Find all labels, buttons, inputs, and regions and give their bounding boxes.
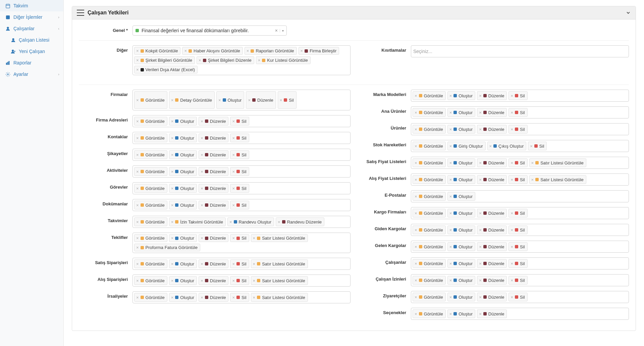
remove-icon[interactable]: ×	[171, 119, 174, 123]
permission-tag[interactable]: ×Düzenle	[477, 242, 507, 251]
sidebar-item-3[interactable]: Çalışan Listesi	[0, 34, 63, 46]
permission-tag[interactable]: ×Satır Listesi Görüntüle	[251, 234, 308, 242]
remove-icon[interactable]: ×	[232, 136, 235, 140]
permission-tag[interactable]: ×Sil	[508, 158, 527, 167]
perm-multiselect[interactable]: ×Görüntüle×Oluştur×Düzenle×Sil×Satır Lis…	[411, 157, 629, 169]
remove-icon[interactable]: ×	[449, 211, 452, 215]
remove-icon[interactable]: ×	[201, 279, 203, 283]
permission-tag[interactable]: ×Görüntüle	[413, 242, 446, 251]
permission-tag[interactable]: ×Oluştur	[169, 259, 197, 268]
perm-multiselect[interactable]: ×Görüntüle×Oluştur×Düzenle×Sil	[411, 207, 629, 219]
perm-multiselect[interactable]: ×Görüntüle×Oluştur	[411, 190, 629, 202]
remove-icon[interactable]: ×	[479, 110, 482, 115]
permission-tag[interactable]: ×Görüntüle	[413, 209, 446, 217]
remove-icon[interactable]: ×	[449, 312, 452, 316]
perm-multiselect[interactable]: ×Görüntüle×Oluştur×Düzenle×Sil×Satır Lis…	[132, 291, 351, 303]
permission-tag[interactable]: ×Kur Listesi Görüntüle	[256, 56, 311, 64]
perm-multiselect[interactable]: ×Görüntüle×Oluştur×Düzenle×Sil	[411, 291, 629, 303]
permission-tag[interactable]: ×Düzenle	[477, 276, 507, 285]
perm-multiselect[interactable]: ×Görüntüle×Oluştur×Düzenle×Sil	[411, 106, 629, 118]
remove-icon[interactable]: ×	[136, 220, 139, 224]
permission-tag[interactable]: ×Oluştur	[447, 192, 476, 201]
remove-icon[interactable]: ×	[280, 98, 282, 102]
remove-icon[interactable]: ×	[171, 186, 174, 191]
permission-tag[interactable]: ×Düzenle	[477, 209, 507, 217]
permission-tag[interactable]: ×Sil	[508, 91, 527, 100]
permission-tag[interactable]: ×Sil	[508, 125, 527, 134]
permission-tag[interactable]: ×Oluştur	[447, 158, 476, 167]
remove-icon[interactable]: ×	[136, 136, 139, 140]
remove-icon[interactable]: ×	[415, 194, 417, 199]
permission-tag[interactable]: ×Randevu Düzenle	[276, 217, 324, 226]
permission-tag[interactable]: ×Çıkış Oluştur	[487, 142, 527, 150]
remove-icon[interactable]: ×	[415, 261, 417, 266]
permission-tag[interactable]: ×Görüntüle	[134, 184, 167, 193]
perm-multiselect[interactable]: ×Görüntüle×Oluştur×Düzenle×Sil	[132, 165, 351, 178]
remove-icon[interactable]: ×	[449, 144, 452, 148]
perm-multiselect[interactable]: ×Görüntüle×Oluştur×Düzenle×Sil	[132, 115, 351, 127]
permission-tag[interactable]: ×Sil	[230, 293, 249, 302]
permission-tag[interactable]: ×Sil	[230, 201, 249, 209]
perm-multiselect[interactable]: ×Görüntüle×İzin Takvimi Görüntüle×Randev…	[132, 216, 351, 228]
remove-icon[interactable]: ×	[184, 49, 187, 53]
permission-tag[interactable]: ×Detay Görüntüle	[169, 91, 215, 109]
remove-icon[interactable]: ×	[415, 211, 417, 215]
permission-tag[interactable]: ×Görüntüle	[413, 158, 446, 167]
remove-icon[interactable]: ×	[511, 245, 513, 249]
permission-tag[interactable]: ×Sil	[230, 184, 249, 193]
remove-icon[interactable]: ×	[511, 228, 513, 232]
permission-tag[interactable]: ×Proforma Fatura Görüntüle	[134, 244, 200, 251]
permission-tag[interactable]: ×Görüntüle	[134, 217, 167, 226]
remove-icon[interactable]: ×	[136, 245, 139, 250]
remove-icon[interactable]: ×	[136, 153, 139, 157]
kisitlamalar-select[interactable]: Seçiniz...	[411, 45, 629, 57]
permission-tag[interactable]: ×Firma Birleştir	[299, 47, 339, 55]
permission-tag[interactable]: ×Oluştur	[447, 209, 476, 217]
permission-tag[interactable]: ×Oluştur	[169, 150, 197, 159]
permission-tag[interactable]: ×Giriş Oluştur	[447, 142, 486, 150]
remove-icon[interactable]: ×	[530, 144, 533, 148]
remove-icon[interactable]: ×	[511, 161, 513, 165]
permission-tag[interactable]: ×Görüntüle	[413, 142, 446, 150]
remove-icon[interactable]: ×	[479, 245, 482, 249]
permission-tag[interactable]: ×Sil	[508, 259, 527, 268]
remove-icon[interactable]: ×	[415, 312, 417, 316]
sidebar-item-2[interactable]: Çalışanlar‹	[0, 23, 63, 34]
remove-icon[interactable]: ×	[511, 261, 513, 266]
permission-tag[interactable]: ×Düzenle	[199, 117, 228, 126]
remove-icon[interactable]: ×	[449, 94, 452, 98]
remove-icon[interactable]: ×	[415, 110, 417, 115]
permission-tag[interactable]: ×Oluştur	[169, 184, 197, 193]
permission-tag[interactable]: ×Düzenle	[477, 293, 507, 301]
remove-icon[interactable]: ×	[171, 203, 174, 207]
permission-tag[interactable]: ×Sil	[528, 142, 547, 150]
permission-tag[interactable]: ×Sil	[278, 91, 297, 109]
permission-tag[interactable]: ×Haber Akışını Görüntüle	[182, 47, 243, 55]
remove-icon[interactable]: ×	[253, 279, 256, 283]
permission-tag[interactable]: ×Sil	[508, 175, 527, 184]
chevron-down-icon[interactable]: ▾	[280, 29, 284, 33]
remove-icon[interactable]: ×	[232, 236, 235, 240]
remove-icon[interactable]: ×	[201, 236, 203, 240]
sidebar-item-6[interactable]: Ayarlar›	[0, 68, 63, 80]
permission-tag[interactable]: ×Görüntüle	[413, 175, 446, 184]
remove-icon[interactable]: ×	[201, 203, 203, 207]
permission-tag[interactable]: ×Sil	[508, 293, 527, 301]
remove-icon[interactable]: ×	[479, 261, 482, 266]
permission-tag[interactable]: ×Şirket Bilgileri Düzenle	[197, 56, 254, 64]
perm-multiselect[interactable]: ×Görüntüle×Oluştur×Düzenle×Sil	[411, 241, 629, 253]
perm-multiselect[interactable]: ×Görüntüle×Oluştur×Düzenle×Sil	[132, 182, 351, 194]
remove-icon[interactable]: ×	[449, 161, 452, 165]
permission-tag[interactable]: ×Düzenle	[199, 234, 228, 242]
perm-multiselect[interactable]: ×Görüntüle×Oluştur×Düzenle×Sil	[132, 199, 351, 211]
remove-icon[interactable]: ×	[136, 67, 139, 72]
permission-tag[interactable]: ×Sil	[508, 209, 527, 217]
permission-tag[interactable]: ×Düzenle	[199, 134, 228, 142]
remove-icon[interactable]: ×	[479, 94, 482, 98]
remove-icon[interactable]: ×	[511, 127, 513, 132]
remove-icon[interactable]: ×	[415, 144, 417, 148]
perm-multiselect[interactable]: ×Görüntüle×Oluştur×Düzenle×Sil	[411, 224, 629, 236]
permission-tag[interactable]: ×Görüntüle	[134, 134, 167, 142]
perm-multiselect[interactable]: ×Görüntüle×Oluştur×Düzenle×Sil	[411, 90, 629, 102]
remove-icon[interactable]: ×	[479, 278, 482, 283]
